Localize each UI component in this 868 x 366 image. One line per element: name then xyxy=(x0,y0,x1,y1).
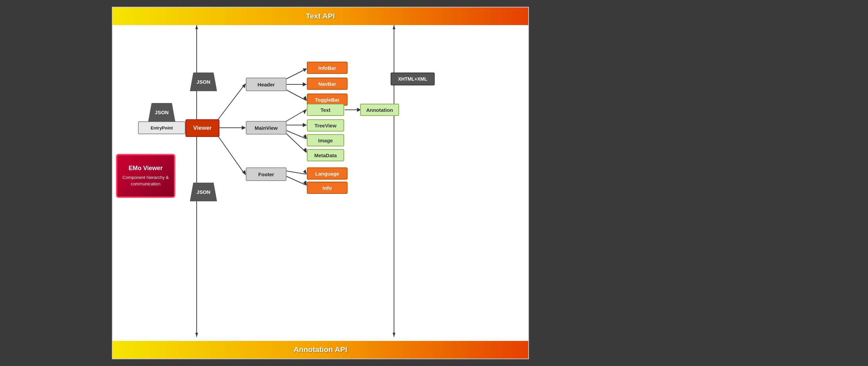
annotation-box: Annotation xyxy=(360,104,399,116)
json-shape-2: JSON xyxy=(190,73,217,91)
svg-marker-21 xyxy=(303,109,307,114)
svg-marker-17 xyxy=(303,82,307,86)
svg-line-8 xyxy=(218,84,245,120)
svg-line-30 xyxy=(285,171,306,174)
svg-line-18 xyxy=(285,89,306,100)
svg-marker-23 xyxy=(303,123,307,127)
entry-point-box: EntryPoint xyxy=(138,121,185,134)
image-box: Image xyxy=(307,134,344,146)
svg-marker-5 xyxy=(393,333,395,337)
json-shape-3: JSON xyxy=(190,183,217,201)
language-box: Language xyxy=(307,167,348,180)
svg-marker-33 xyxy=(303,181,307,186)
svg-marker-2 xyxy=(195,333,198,337)
mainview-box: MainView xyxy=(246,121,287,135)
svg-marker-11 xyxy=(242,126,246,130)
svg-marker-13 xyxy=(242,170,246,175)
viewer-box: Viewer xyxy=(185,119,219,137)
svg-line-14 xyxy=(285,69,306,79)
svg-line-32 xyxy=(285,176,306,185)
svg-marker-31 xyxy=(303,169,307,175)
json-shape-1: JSON xyxy=(148,103,175,122)
svg-marker-15 xyxy=(303,68,307,72)
diagram-container: Text API Annotation API xyxy=(112,7,529,359)
info-box: Info xyxy=(307,182,348,194)
svg-marker-4 xyxy=(393,25,395,29)
svg-line-12 xyxy=(218,136,245,174)
svg-marker-25 xyxy=(303,134,307,139)
text-api-bar: Text API xyxy=(113,7,528,25)
title-box: EMo Viewer Component hierarchy & communi… xyxy=(116,154,175,198)
footer-box: Footer xyxy=(246,167,287,181)
navbar-box: NavBar xyxy=(307,78,348,90)
svg-line-20 xyxy=(285,110,306,122)
xhtml-xml-box: XHTML+XML xyxy=(391,73,435,85)
header-box: Header xyxy=(246,78,287,91)
svg-marker-27 xyxy=(303,148,307,153)
text-box: Text xyxy=(307,104,344,116)
svg-line-24 xyxy=(285,130,306,139)
svg-marker-19 xyxy=(303,96,307,101)
diagram-area: EMo Viewer Component hierarchy & communi… xyxy=(113,25,528,341)
svg-marker-1 xyxy=(195,25,198,29)
metadata-box: MetaData xyxy=(307,149,344,161)
svg-line-26 xyxy=(285,133,306,152)
treeview-box: TreeView xyxy=(307,119,344,131)
infobar-box: InfoBar xyxy=(307,62,348,74)
annotation-api-bar: Annotation API xyxy=(113,341,528,359)
svg-marker-9 xyxy=(242,83,246,88)
